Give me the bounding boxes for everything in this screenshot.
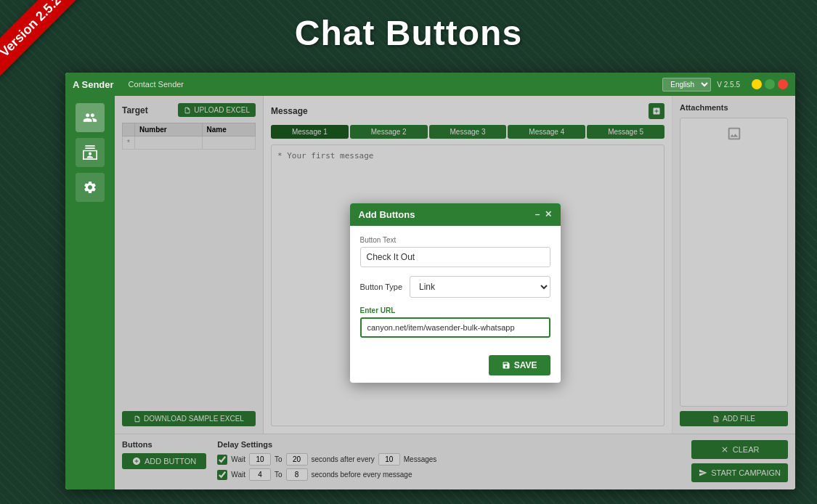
modal-titlebar: Add Buttons – ✕ [350,203,561,226]
button-text-group: Button Text [360,236,550,267]
version-text: Version 2.5.2 [0,0,81,77]
button-type-select[interactable]: Link Phone Quick Reply [410,276,550,298]
add-buttons-modal: Add Buttons – ✕ Button Text Button Type [350,203,561,383]
nav-contact-sender[interactable]: Contact Sender [129,80,184,89]
modal-close-button[interactable]: ✕ [545,210,552,219]
app-window: A Sender Contact Sender English V 2.5.5 [65,73,795,489]
maximize-button[interactable] [765,79,775,89]
sidebar-icon-contacts[interactable] [76,138,105,167]
page-title-area: Chat Buttons [0,0,817,65]
modal-overlay: Add Buttons – ✕ Button Text Button Type [115,96,795,489]
button-type-label: Button Type [360,283,403,291]
sidebar-icon-people[interactable] [76,103,105,132]
modal-controls: – ✕ [535,210,552,219]
url-group: Enter URL [360,306,550,338]
button-text-input[interactable] [360,247,550,267]
window-controls [752,79,788,89]
save-label: SAVE [514,360,537,370]
sidebar-icon-settings[interactable] [76,173,105,202]
modal-body: Button Text Button Type Link Phone Quick… [350,226,561,348]
version-badge: Version 2.5.2 [0,0,94,94]
save-button[interactable]: SAVE [489,355,550,375]
minimize-button[interactable] [752,79,762,89]
url-input[interactable] [360,317,550,338]
button-text-label: Button Text [360,236,550,244]
app-titlebar: A Sender Contact Sender English V 2.5.5 [65,73,795,96]
button-type-group: Button Type Link Phone Quick Reply [360,276,550,298]
modal-title: Add Buttons [359,209,415,220]
left-sidebar [65,96,115,489]
modal-footer: SAVE [350,348,561,383]
language-select[interactable]: English [662,78,711,92]
close-button[interactable] [778,79,788,89]
url-label: Enter URL [360,306,550,314]
titlebar-right: English V 2.5.5 [662,78,788,92]
modal-minimize-button[interactable]: – [535,210,540,219]
page-title: Chat Buttons [295,13,522,53]
version-label: V 2.5.5 [717,81,740,89]
